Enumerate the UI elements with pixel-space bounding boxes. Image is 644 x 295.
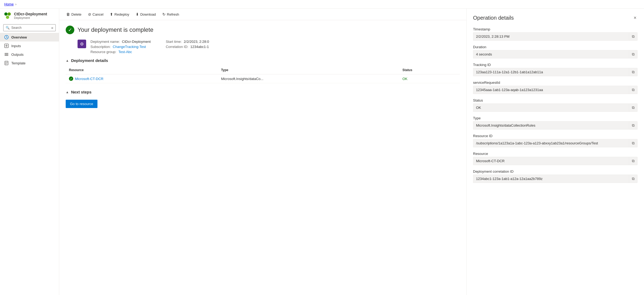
overview-label: Overview xyxy=(11,35,27,39)
search-wrap: 🔍 Search « xyxy=(0,23,59,33)
inputs-label: Inputs xyxy=(11,44,21,48)
service-request-id-value: 12345aaa-1ab1-123a-aqab-1a123a1231aa xyxy=(473,86,629,93)
refresh-icon: ↻ xyxy=(162,12,166,16)
col-type: Type xyxy=(218,66,399,74)
deployment-correlation-id-value: 1234abc1-123a-1ab1-a12a-12a1aa2b789z xyxy=(473,175,629,182)
subscription-label: Subscription: xyxy=(90,45,111,49)
resource-value: Microsoft-CT-DCR xyxy=(473,157,629,165)
subscription-link[interactable]: ChangeTracking-Test xyxy=(113,45,146,49)
resource-group-label: Resource group: xyxy=(90,50,116,54)
search-box[interactable]: 🔍 Search « xyxy=(3,24,56,31)
copy-resource-id-button[interactable]: ⧉ xyxy=(629,139,637,147)
sidebar-item-inputs[interactable]: Inputs xyxy=(0,41,59,50)
status-cell: OK xyxy=(399,74,460,83)
type-cell: Microsoft.Insights/dataCo... xyxy=(218,74,399,83)
deployment-correlation-id-label: Deployment correlation ID xyxy=(473,169,638,173)
timestamp-label: Timestamp xyxy=(473,27,638,31)
field-deployment-correlation-id: Deployment correlation ID 1234abc1-123a-… xyxy=(473,169,638,183)
start-time-label: Start time: xyxy=(166,40,182,44)
copy-type-button[interactable]: ⧉ xyxy=(629,122,637,129)
operation-panel: Operation details × Timestamp 2/2/2023, … xyxy=(466,9,644,295)
search-icon: 🔍 xyxy=(6,26,10,30)
resource-link[interactable]: Microsoft-CT-DCR xyxy=(75,77,103,81)
copy-duration-button[interactable]: ⧉ xyxy=(629,50,637,58)
copy-status-button[interactable]: ⧉ xyxy=(629,104,637,112)
outputs-label: Outputs xyxy=(11,53,24,57)
resource-label: Resource xyxy=(473,152,638,156)
download-button[interactable]: ⬇ Download xyxy=(133,11,159,18)
delete-button[interactable]: 🗑 Delete xyxy=(64,11,84,18)
cancel-button[interactable]: ⊘ Cancel xyxy=(85,11,106,18)
panel-close-button[interactable]: × xyxy=(632,14,638,22)
field-duration: Duration 4 seconds ⧉ xyxy=(473,45,638,58)
col-resource: Resource xyxy=(66,66,218,74)
content-area: ✓ Your deployment is complete ⚙ Deployme… xyxy=(59,20,466,295)
name-value: CtDcr-Deployment xyxy=(122,40,151,44)
deployment-details-label: Deployment details xyxy=(71,58,108,63)
deployment-table: Resource Type Status ✓ Microsoft-CT-DCR xyxy=(66,66,460,83)
breadcrumb-home[interactable]: Home xyxy=(4,2,14,6)
service-request-id-label: serviceRequestId xyxy=(473,81,638,85)
correlation-value: 1234abc1-1 xyxy=(190,45,209,49)
svg-point-2 xyxy=(6,16,9,19)
copy-timestamp-button[interactable]: ⧉ xyxy=(629,33,637,40)
go-to-resource-button[interactable]: Go to resource xyxy=(66,100,97,108)
redeploy-button[interactable]: ⬆ Redeploy xyxy=(107,11,132,18)
timestamp-value: 2/2/2023, 2:28:13 PM xyxy=(473,33,629,40)
resource-id-label: Resource ID xyxy=(473,134,638,138)
svg-rect-5 xyxy=(5,53,8,54)
status-label: Status xyxy=(473,98,638,102)
deployment-info: ⚙ Deployment name: CtDcr-Deployment Subs… xyxy=(78,40,460,54)
sidebar-header: CtDcr-Deployment Deployment xyxy=(0,9,59,23)
panel-header: Operation details × xyxy=(473,14,638,22)
type-label: Type xyxy=(473,116,638,120)
copy-deployment-correlation-id-button[interactable]: ⧉ xyxy=(629,175,637,183)
duration-value: 4 seconds xyxy=(473,51,629,58)
field-status: Status OK ⧉ xyxy=(473,98,638,112)
table-row: ✓ Microsoft-CT-DCR Microsoft.Insights/da… xyxy=(66,74,460,83)
deployment-icon: ⚙ xyxy=(78,40,86,48)
overview-icon xyxy=(4,35,9,39)
copy-tracking-id-button[interactable]: ⧉ xyxy=(629,68,637,76)
refresh-button[interactable]: ↻ Refresh xyxy=(160,11,182,18)
inputs-icon xyxy=(4,44,9,48)
field-timestamp: Timestamp 2/2/2023, 2:28:13 PM ⧉ xyxy=(473,27,638,41)
success-icon: ✓ xyxy=(66,26,74,34)
toolbar: 🗑 Delete ⊘ Cancel ⬆ Redeploy ⬇ Download … xyxy=(59,9,466,20)
sidebar-item-outputs[interactable]: Outputs xyxy=(0,50,59,59)
field-service-request-id: serviceRequestId 12345aaa-1ab1-123a-aqab… xyxy=(473,81,638,94)
field-type: Type Microsoft.Insights/dataCollectionRu… xyxy=(473,116,638,130)
sidebar-item-template[interactable]: Template xyxy=(0,59,59,67)
deployment-details-header[interactable]: ▲ Deployment details xyxy=(66,58,460,63)
sidebar-nav: Overview Inputs Outputs Te xyxy=(0,33,59,67)
download-icon: ⬇ xyxy=(136,12,139,16)
resource-cell: ✓ Microsoft-CT-DCR xyxy=(69,77,215,81)
next-steps-header[interactable]: ▲ Next steps xyxy=(66,90,460,94)
resource-id-value: /subscriptions/1a123a1a-1abc-123a-a123-a… xyxy=(473,140,629,147)
resource-group-link[interactable]: Test-Abc xyxy=(118,50,132,54)
template-icon xyxy=(4,61,9,65)
app-logo xyxy=(3,11,12,20)
main-content: 🗑 Delete ⊘ Cancel ⬆ Redeploy ⬇ Download … xyxy=(59,9,466,295)
sidebar: CtDcr-Deployment Deployment 🔍 Search « O… xyxy=(0,9,59,295)
sidebar-title: CtDcr-Deployment xyxy=(14,12,47,16)
copy-service-request-id-button[interactable]: ⧉ xyxy=(629,86,637,94)
search-label: Search xyxy=(11,26,22,30)
duration-label: Duration xyxy=(473,45,638,49)
details-chevron: ▲ xyxy=(66,59,69,63)
start-time-value: 2/2/2023, 2:28:0 xyxy=(184,40,209,44)
deployment-status-title: Your deployment is complete xyxy=(78,26,153,33)
status-value: OK xyxy=(473,104,629,111)
copy-resource-button[interactable]: ⧉ xyxy=(629,157,637,165)
field-tracking-id: Tracking ID 123aa123-111a-12a1-12b1-1ab1… xyxy=(473,63,638,76)
delete-icon: 🗑 xyxy=(66,12,70,16)
next-steps-chevron: ▲ xyxy=(66,90,69,94)
next-steps-label: Next steps xyxy=(71,90,92,94)
col-status: Status xyxy=(399,66,460,74)
field-resource: Resource Microsoft-CT-DCR ⧉ xyxy=(473,152,638,165)
correlation-label: Correlation ID: xyxy=(166,45,188,49)
collapse-icon[interactable]: « xyxy=(51,26,53,30)
tracking-id-value: 123aa123-111a-12a1-12b1-1ab1a12ab11a xyxy=(473,68,629,76)
panel-title: Operation details xyxy=(473,15,514,21)
sidebar-item-overview[interactable]: Overview xyxy=(0,33,59,41)
